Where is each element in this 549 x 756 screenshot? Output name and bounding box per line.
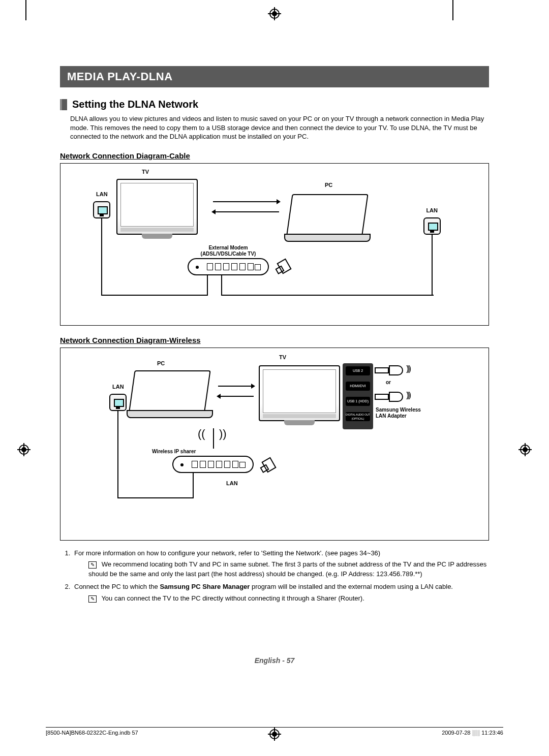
cable (221, 275, 222, 296)
registration-mark-icon (518, 443, 532, 456)
note-sub: ✎ We recommend locating both TV and PC i… (88, 560, 489, 579)
cable (117, 497, 194, 498)
usb-adapter-icon (375, 392, 405, 403)
wireless-signal-icon: ))) (406, 391, 410, 400)
port-optical: DIGITAL AUDIO OUT (OPTICAL) (346, 412, 370, 421)
note-text: Connect the PC to which the Samsung PC S… (74, 583, 453, 590)
label-lan: LAN (112, 384, 124, 390)
bold-text: Samsung PC Share Manager (160, 583, 250, 590)
label-modem-sub: (ADSL/VDSL/Cable TV) (193, 251, 264, 257)
crop-mark (25, 0, 26, 20)
page: MEDIA PLAY-DLNA Setting the DLNA Network… (0, 0, 549, 756)
registration-mark-icon (17, 443, 30, 456)
section-heading: Setting the DLNA Network (60, 99, 489, 110)
label-lan: LAN (96, 191, 108, 197)
cable (101, 218, 102, 295)
router-icon (172, 456, 254, 473)
lan-port-icon (423, 217, 441, 235)
cable (207, 275, 208, 296)
lan-port-icon (109, 394, 127, 411)
note-text: We recommend locating both TV and PC in … (88, 560, 486, 578)
label-tv: TV (279, 354, 286, 360)
laptop-icon (289, 194, 371, 242)
diagram-cable: TV PC LAN LAN External Modem (ADSL/VDSL/… (60, 163, 489, 326)
tv-port-panel-icon: USB 2 HDMI/DVI USB 1 (HDD) DIGITAL AUDIO… (343, 363, 373, 429)
note-sub: ✎ You can connect the TV to the PC direc… (88, 594, 489, 604)
laptop-icon (132, 370, 213, 418)
wall-plug-icon (277, 258, 291, 274)
cable (221, 295, 434, 296)
label-pc: PC (157, 360, 165, 366)
cable (101, 295, 208, 296)
label-lan: LAN (226, 480, 238, 486)
subheading-wireless: Network Connection Diagram-Wireless (60, 336, 489, 344)
cable (193, 473, 194, 498)
label-wlan: Samsung Wireless (376, 407, 421, 413)
timestamp: 2009-07-28 ░░ 11:23:46 (442, 730, 503, 736)
label-sharer: Wireless IP sharer (152, 449, 196, 454)
section-marker-icon (60, 99, 67, 110)
arrow-icon (213, 211, 279, 212)
label-modem: External Modem (193, 245, 264, 250)
cable (117, 411, 118, 497)
section-title: Setting the DLNA Network (72, 99, 198, 110)
content-area: MEDIA PLAY-DLNA Setting the DLNA Network… (60, 66, 489, 607)
list-item: For more information on how to configure… (72, 549, 489, 580)
intro-paragraph: DLNA allows you to view pictures and vid… (70, 114, 489, 141)
footer-rule (46, 727, 503, 728)
port-hdmi: HDMI/DVI (346, 382, 370, 391)
registration-mark-icon (268, 7, 281, 20)
arrow-icon (218, 396, 254, 397)
label-pc: PC (325, 182, 332, 188)
page-footer: English - 57 (255, 656, 295, 665)
registration-mark-icon (268, 728, 281, 741)
diagram-wireless: TV PC LAN USB 2 HDMI/DVI USB 1 (HDD) DIG… (60, 348, 489, 541)
label-wlan2: LAN Adapter (376, 413, 407, 419)
tv-icon (259, 365, 340, 421)
cable (432, 235, 433, 296)
instruction-list: For more information on how to configure… (72, 549, 489, 604)
crop-mark (452, 0, 453, 20)
list-item: Connect the PC to which the Samsung PC S… (72, 582, 489, 604)
port-usb1: USB 1 (HDD) (346, 397, 370, 406)
port-usb2: USB 2 (346, 366, 370, 375)
usb-adapter-icon (375, 365, 405, 376)
wireless-signal-icon: ))) (406, 364, 410, 373)
chapter-title: MEDIA PLAY-DLNA (60, 66, 489, 87)
lan-port-icon (93, 201, 110, 218)
tv-icon (116, 179, 198, 235)
wireless-signal-icon: )) (219, 427, 227, 440)
subheading-cable: Network Connection Diagram-Cable (60, 151, 489, 160)
note-icon: ✎ (88, 561, 97, 569)
label-or: or (386, 380, 391, 385)
label-lan: LAN (426, 207, 438, 213)
wireless-signal-icon: (( (198, 427, 205, 440)
note-text: For more information on how to configure… (74, 549, 380, 557)
wall-plug-icon (261, 457, 276, 472)
label-tv: TV (142, 169, 149, 175)
arrow-icon (218, 386, 254, 387)
note-icon: ✎ (88, 595, 97, 603)
arrow-icon (213, 201, 279, 202)
modem-icon (188, 258, 269, 275)
antenna-icon (213, 428, 214, 449)
source-file-stamp: [8500-NA]BN68-02322C-Eng.indb 57 (46, 730, 138, 736)
note-text: You can connect the TV to the PC directl… (101, 594, 364, 602)
